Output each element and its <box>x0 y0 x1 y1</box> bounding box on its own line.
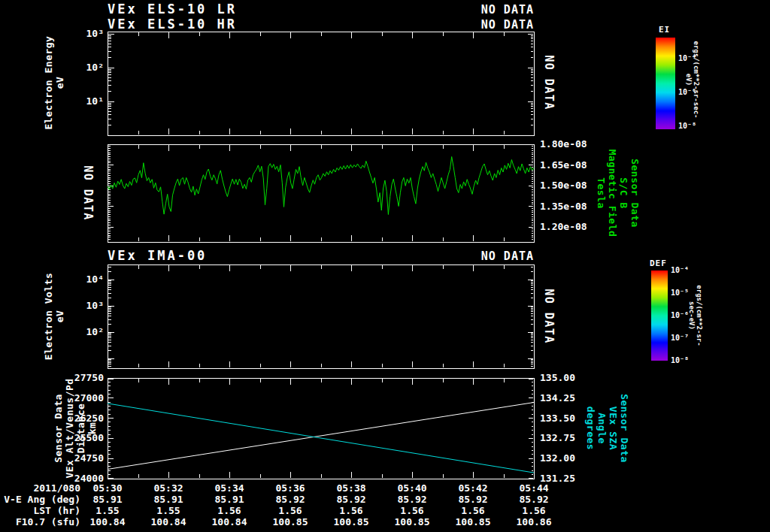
colorbar-def-unit: ergs/(cm**2-sr-sec-eV) <box>688 279 703 353</box>
els-y-axis-title: Electron Energy eV <box>43 36 65 130</box>
els-y-axis-title-line2: eV <box>54 36 65 130</box>
orbit-right-axis-title: Sensor Data VEx SZA Angle degrees <box>585 394 630 463</box>
table-cell: 1.56 <box>199 506 259 516</box>
time-label: 05:44 <box>504 483 564 494</box>
colorbar-ei <box>656 38 675 129</box>
y-tick-label: 25500 <box>62 433 104 443</box>
table-cell: 85.92 <box>260 494 320 505</box>
colorbar-def-title: DEF <box>650 258 667 269</box>
y-tick-label: 10² <box>62 327 104 337</box>
colorbar-def-tick-label: 10⁻⁴ <box>671 266 689 275</box>
colorbar-def-tick-label: 10⁻⁷ <box>671 334 689 343</box>
els-hr-status: NO DATA <box>481 19 534 31</box>
panel-ima-title: VEx IMA-00 <box>108 249 207 262</box>
time-label: 05:36 <box>260 483 320 494</box>
ima-nodata-label: NO DATA <box>543 289 554 344</box>
table-cell: 85.91 <box>138 494 199 505</box>
y-tick-label: 10³ <box>62 29 104 39</box>
row-label-ve-ang: V-E Ang (deg) <box>0 494 80 505</box>
table-cell: 85.91 <box>77 494 138 505</box>
colorbar-ei-tick-label: 10⁻⁶ <box>678 88 696 97</box>
y-tick-label: 10³ <box>62 301 104 311</box>
mag-axis-title-line1: Sensor Data <box>629 150 641 237</box>
colorbar-def <box>651 271 668 361</box>
y-tick-label: 133.50 <box>540 413 575 424</box>
y-tick-label: 24750 <box>62 453 104 464</box>
y-tick-label: 26250 <box>62 413 104 424</box>
colorbar-def-tick-label: 10⁻⁸ <box>671 356 689 365</box>
colorbar-ei-unit: ergs/(cm**2-sr-sec-eV) <box>685 41 700 119</box>
table-cell: 1.55 <box>77 506 138 516</box>
ima-y-axis-title: Electron Volts eV <box>43 273 65 361</box>
table-cell: 100.84 <box>138 517 199 527</box>
orbit-right-axis-title-line1: Sensor Data <box>619 394 630 463</box>
plot-page: VEx ELS-10 LR VEx ELS-10 HR NO DATA NO D… <box>0 0 770 532</box>
row-label-lst: LST (hr) <box>0 506 80 516</box>
panel-ima-frame <box>108 265 535 369</box>
panel-els-frame <box>108 32 535 136</box>
table-cell: 100.84 <box>199 517 259 527</box>
time-label: 05:30 <box>77 483 138 494</box>
table-cell: 1.56 <box>443 506 503 516</box>
y-tick-label: 1.20e-08 <box>540 222 587 232</box>
mag-axis-title-line2: S/C B <box>618 150 629 237</box>
time-label: 05:42 <box>443 483 503 494</box>
orbit-right-axis-title-line2: VEx SZA <box>608 394 619 463</box>
y-tick-label: 1.35e-08 <box>540 201 587 212</box>
table-cell: 1.56 <box>260 506 320 516</box>
mag-axis-title: Sensor Data S/C B Magnetic Field Tesla <box>596 150 641 237</box>
table-cell: 100.85 <box>382 517 442 527</box>
altitude-line <box>108 403 534 470</box>
y-tick-label: 10¹ <box>62 96 104 107</box>
table-cell: 1.56 <box>321 506 381 516</box>
mag-axis-title-line3: Magnetic Field <box>607 150 618 237</box>
colorbar-ei-title: EI <box>659 25 670 35</box>
table-cell: 85.92 <box>382 494 442 505</box>
table-cell: 85.91 <box>199 494 259 505</box>
table-cell: 1.56 <box>382 506 442 516</box>
colorbar-ei-tick-label: 10⁻⁴ <box>678 54 696 63</box>
table-cell: 100.85 <box>321 517 381 527</box>
mag-nodata-label: NO DATA <box>82 165 93 221</box>
table-cell: 85.92 <box>504 494 564 505</box>
colorbar-ei-tick-label: 10⁻⁸ <box>678 122 696 131</box>
ima-y-axis-title-line2: eV <box>54 273 65 361</box>
panel-orb-frame <box>108 379 535 479</box>
panel-mag-frame <box>108 145 535 243</box>
time-label: 05:38 <box>321 483 381 494</box>
els-nodata-label: NO DATA <box>543 55 554 110</box>
y-tick-label: 135.00 <box>540 373 575 383</box>
table-cell: 1.55 <box>138 506 199 516</box>
date-label: 2011/080 <box>0 483 80 494</box>
time-label: 05:32 <box>138 483 199 494</box>
colorbar-def-tick-label: 10⁻⁶ <box>671 311 689 320</box>
sza-line <box>108 404 534 473</box>
els-y-axis-title-line1: Electron Energy <box>43 36 54 130</box>
mag-axis-title-line4: Tesla <box>596 150 607 237</box>
time-label: 05:34 <box>199 483 259 494</box>
y-tick-label: 134.25 <box>540 393 575 404</box>
colorbar-def-tick-label: 10⁻⁵ <box>671 289 689 298</box>
y-tick-label: 132.00 <box>540 453 575 464</box>
table-cell: 100.86 <box>504 517 564 527</box>
row-label-f107: F10.7 (sfu) <box>0 517 80 527</box>
magnetic-field-trace <box>108 157 534 215</box>
y-tick-label: 10⁴ <box>62 274 104 285</box>
y-tick-label: 132.75 <box>540 433 575 443</box>
y-tick-label: 1.65e-08 <box>540 160 587 171</box>
y-tick-label: 1.80e-08 <box>540 139 587 150</box>
panel-els-title-lr: VEx ELS-10 LR <box>108 2 237 16</box>
table-cell: 85.92 <box>443 494 503 505</box>
orbit-right-axis-title-line3: Angle <box>596 394 608 463</box>
table-cell: 85.92 <box>321 494 381 505</box>
table-cell: 100.85 <box>260 517 320 527</box>
ima-y-axis-title-line1: Electron Volts <box>43 273 54 361</box>
y-tick-label: 27000 <box>62 393 104 404</box>
ima-status: NO DATA <box>481 250 534 262</box>
y-tick-label: 27750 <box>62 373 104 383</box>
y-tick-label: 1.50e-08 <box>540 180 587 191</box>
y-tick-label: 10² <box>62 62 104 73</box>
table-cell: 100.84 <box>77 517 138 527</box>
els-lr-status: NO DATA <box>481 4 534 16</box>
panel-els-title-hr: VEx ELS-10 HR <box>108 17 237 31</box>
